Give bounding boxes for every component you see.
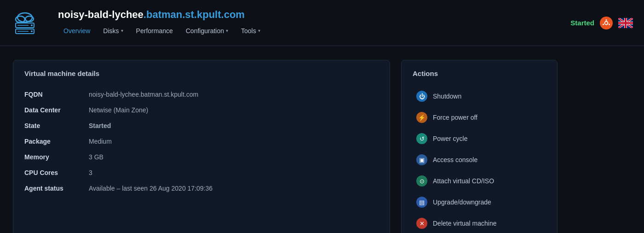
header: noisy-bald-lychee.batman.st.kpult.com Ov… [0,0,644,46]
nav-overview[interactable]: Overview [58,24,96,37]
main-content: Virtual machine details FQDN noisy-bald-… [0,46,644,233]
action-attach-cd[interactable]: ⊙ Attach virtual CD/ISO [413,171,546,191]
action-label-delete: Delete virtual machine [433,220,497,227]
table-row: Memory 3 GB [24,149,379,165]
svg-point-13 [603,23,604,25]
server-logo-icon [11,9,39,37]
svg-point-6 [31,30,33,32]
status-badge: Started [570,19,594,27]
vm-details-card: Virtual machine details FQDN noisy-bald-… [13,60,390,233]
actions-card: Actions ⏻ Shutdown ⚡ Force power off ↺ P… [401,60,558,233]
logo-area [11,9,45,37]
power-cycle-icon: ↺ [416,133,427,144]
ubuntu-icon [600,17,613,29]
actions-list: ⏻ Shutdown ⚡ Force power off ↺ Power cyc… [413,87,546,233]
action-label-force-power-off: Force power off [433,114,477,121]
field-label-memory: Memory [24,149,89,165]
actions-title: Actions [413,70,546,77]
table-row: State Started [24,118,379,134]
svg-point-12 [609,23,610,25]
svg-point-5 [31,24,33,26]
shutdown-icon: ⏻ [416,91,427,102]
upgrade-icon: ▤ [416,197,427,208]
field-value-cpu: 3 [89,165,379,181]
field-value-state: Started [89,118,379,134]
table-row: FQDN noisy-bald-lychee.batman.st.kpult.c… [24,87,379,102]
action-delete[interactable]: ✕ Delete virtual machine [413,214,546,233]
field-value-memory: 3 GB [89,149,379,165]
nav-configuration[interactable]: Configuration ▾ [180,24,234,37]
action-label-power-cycle: Power cycle [433,135,467,142]
action-label-shutdown: Shutdown [433,93,461,100]
chevron-down-icon: ▾ [258,28,260,33]
field-label-package: Package [24,134,89,149]
action-label-attach-cd: Attach virtual CD/ISO [433,177,494,185]
action-label-upgrade: Upgrade/downgrade [433,198,491,206]
server-title: noisy-bald-lychee.batman.st.kpult.com [58,9,266,21]
field-value-agent: Available – last seen 26 Aug 2020 17:09:… [89,181,379,196]
header-inner: noisy-bald-lychee.batman.st.kpult.com Ov… [58,9,266,37]
action-upgrade[interactable]: ▤ Upgrade/downgrade [413,192,546,212]
vm-details-table: FQDN noisy-bald-lychee.batman.st.kpult.c… [24,87,379,196]
attach-cd-icon: ⊙ [416,175,427,186]
field-value-fqdn: noisy-bald-lychee.batman.st.kpult.com [89,87,379,102]
nav-disks[interactable]: Disks ▾ [98,24,128,37]
table-row: Agent status Available – last seen 26 Au… [24,181,379,196]
main-nav: Overview Disks ▾ Performance Configurati… [58,24,266,37]
field-label-state: State [24,118,89,134]
chevron-down-icon: ▾ [121,28,123,33]
field-label-agent: Agent status [24,181,89,196]
domain: .batman.st.kpult.com [144,9,245,20]
action-power-cycle[interactable]: ↺ Power cycle [413,129,546,148]
uk-flag-icon [618,18,633,28]
action-force-power-off[interactable]: ⚡ Force power off [413,108,546,127]
action-label-access-console: Access console [433,156,477,163]
field-label-datacenter: Data Center [24,102,89,118]
access-console-icon: ▣ [416,154,427,165]
field-label-fqdn: FQDN [24,87,89,102]
action-access-console[interactable]: ▣ Access console [413,150,546,169]
table-row: CPU Cores 3 [24,165,379,181]
table-row: Data Center Netwise (Main Zone) [24,102,379,118]
svg-point-11 [606,19,607,21]
action-shutdown[interactable]: ⏻ Shutdown [413,87,546,106]
nav-tools[interactable]: Tools ▾ [236,24,266,37]
table-row: Package Medium [24,134,379,149]
force-power-off-icon: ⚡ [416,112,427,123]
vm-details-title: Virtual machine details [24,70,379,77]
delete-icon: ✕ [416,218,427,229]
field-value-package: Medium [89,134,379,149]
field-label-cpu: CPU Cores [24,165,89,181]
hostname: noisy-bald-lychee [58,9,144,20]
nav-performance[interactable]: Performance [131,24,178,37]
chevron-down-icon: ▾ [226,28,228,33]
field-value-datacenter: Netwise (Main Zone) [89,102,379,118]
header-right: Started [570,17,633,29]
